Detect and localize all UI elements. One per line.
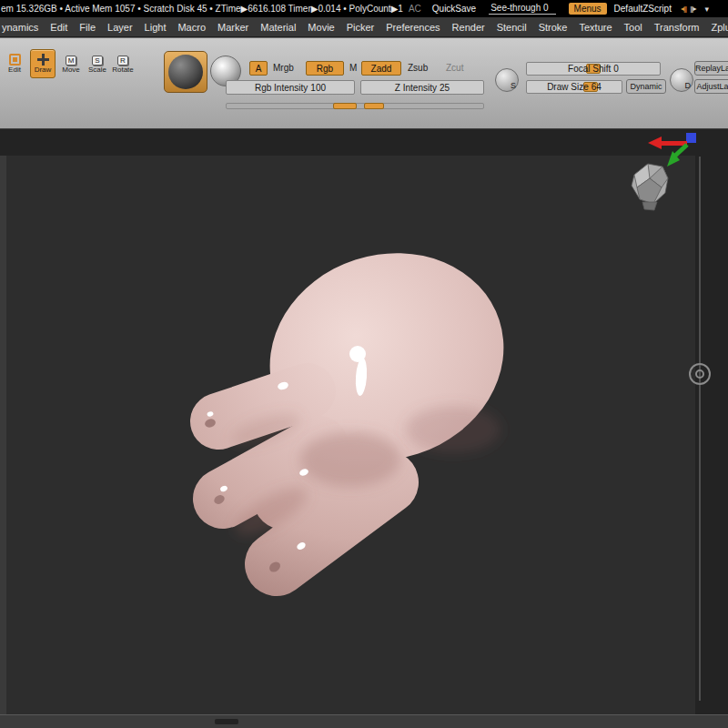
menu-item-preferences[interactable]: Preferences: [386, 22, 440, 33]
z-intensity-knob[interactable]: [364, 103, 384, 109]
rgb-intensity-label: Rgb Intensity: [255, 83, 308, 93]
axis-y-shaft: [675, 145, 687, 156]
focal-shift-value: 0: [613, 64, 619, 74]
move-mode-button[interactable]: M Move: [58, 50, 84, 79]
menu-item-movie[interactable]: Movie: [308, 22, 334, 33]
draw-size-slider[interactable]: Draw Size 64: [526, 80, 622, 94]
status-bar: em 15.326GB • Active Mem 1057 • Scratch …: [0, 0, 728, 17]
color-a-button[interactable]: A: [249, 61, 268, 76]
menu-item-stencil[interactable]: Stencil: [497, 22, 527, 33]
default-zscript-button[interactable]: DefaultZScript: [614, 4, 672, 14]
right-tray-handle[interactable]: [689, 363, 711, 385]
zadd-label: Zadd: [371, 64, 392, 74]
focal-shift-slider[interactable]: Focal Shift 0: [526, 62, 661, 76]
rgb-label: Rgb: [317, 64, 333, 74]
menu-item-dynamics[interactable]: ynamics: [2, 22, 38, 33]
rgb-intensity-slider[interactable]: Rgb Intensity 100: [226, 80, 355, 95]
rotate-label: Rotate: [112, 66, 134, 74]
polymesh-preview-icon: [632, 164, 668, 210]
move-label: Move: [62, 66, 80, 74]
m-toggle[interactable]: M: [349, 63, 357, 73]
material-picker-button[interactable]: [164, 51, 207, 93]
bottom-scrollbar[interactable]: [0, 714, 728, 728]
rgb-toggle[interactable]: Rgb: [306, 61, 344, 76]
memory-readout: em 15.326GB • Active Mem 1057 • Scratch …: [1, 4, 403, 14]
sculpt-scene: [0, 129, 728, 728]
replay-last-button[interactable]: ReplayLa: [694, 61, 728, 76]
replay-last-label: ReplayLa: [695, 64, 728, 73]
zadd-toggle[interactable]: Zadd: [361, 61, 401, 76]
right-tray-divider[interactable]: [699, 157, 701, 701]
alpha-dial-label: D: [685, 81, 692, 90]
menus-toggle-button[interactable]: Menus: [569, 3, 607, 15]
alpha-picker-dial[interactable]: D: [670, 68, 693, 92]
axis-x-shaft: [661, 141, 687, 146]
color-a-label: A: [256, 64, 262, 74]
rotate-key-icon: R: [117, 56, 128, 66]
quicksave-button[interactable]: QuickSave: [432, 4, 476, 14]
draw-brush-icon: [37, 54, 49, 66]
scrub-forward-icon[interactable]: |||▸: [690, 5, 695, 13]
material-sphere-icon: [168, 55, 203, 89]
menu-item-render[interactable]: Render: [452, 22, 485, 33]
menu-item-stroke[interactable]: Stroke: [539, 22, 568, 33]
sculpted-mesh: [204, 223, 531, 574]
menu-item-zplugin[interactable]: Zplugin: [711, 22, 728, 33]
focal-shift-label: Focal Shift: [568, 64, 611, 74]
rotate-mode-button[interactable]: R Rotate: [110, 50, 136, 79]
viewport-canvas[interactable]: [0, 129, 728, 728]
menu-item-tool[interactable]: Tool: [624, 22, 642, 33]
draw-size-label: Draw Size: [547, 82, 589, 92]
axis-z-icon: [686, 133, 696, 143]
see-through-slider[interactable]: See-through 0: [489, 3, 555, 15]
menu-item-light[interactable]: Light: [145, 22, 167, 33]
menu-item-edit[interactable]: Edit: [50, 22, 67, 33]
stroke-dial-label: S: [511, 81, 516, 90]
mrgb-toggle[interactable]: Mrgb: [273, 63, 294, 73]
chevron-down-icon[interactable]: ▾: [704, 5, 709, 14]
z-intensity-value: 25: [440, 83, 450, 93]
edit-label: Edit: [8, 66, 21, 74]
zsub-toggle[interactable]: Zsub: [408, 63, 428, 73]
rgb-intensity-value: 100: [310, 83, 326, 93]
move-key-icon: M: [66, 56, 76, 66]
rgb-intensity-knob[interactable]: [333, 103, 357, 109]
edit-mode-button[interactable]: Edit: [2, 49, 27, 78]
scrub-back-icon[interactable]: ◂|||: [681, 5, 686, 13]
ac-indicator: AC: [409, 4, 421, 14]
axis-gizmo[interactable]: [648, 133, 696, 167]
menu-item-material[interactable]: Material: [260, 22, 296, 33]
menu-item-marker[interactable]: Marker: [217, 22, 248, 33]
menu-item-layer[interactable]: Layer: [107, 22, 133, 33]
bottom-scroll-handle[interactable]: [215, 719, 238, 724]
dynamic-button[interactable]: Dynamic: [626, 79, 666, 94]
scale-mode-button[interactable]: S Scale: [85, 50, 110, 79]
top-shelf-toolbar: Edit Draw M Move S Scale R Rotate A Mrgb…: [0, 37, 728, 129]
menu-item-transform[interactable]: Transform: [654, 22, 700, 33]
draw-size-value: 64: [592, 82, 602, 92]
edit-icon: [9, 54, 21, 66]
menu-item-macro[interactable]: Macro: [177, 22, 206, 33]
draw-mode-button[interactable]: Draw: [30, 49, 56, 78]
menu-item-texture[interactable]: Texture: [579, 22, 612, 33]
stroke-picker-dial[interactable]: S: [495, 68, 519, 92]
scale-key-icon: S: [92, 56, 103, 66]
draw-label: Draw: [35, 66, 52, 74]
tray-handle-inner-ring: [695, 369, 704, 379]
adjust-last-button[interactable]: AdjustLa: [694, 79, 728, 94]
z-intensity-label: Z Intensity: [395, 83, 437, 93]
menu-bar: ynamics Edit File Layer Light Macro Mark…: [0, 17, 728, 37]
axis-x-icon: [648, 136, 662, 149]
scale-label: Scale: [88, 66, 106, 74]
menu-item-picker[interactable]: Picker: [347, 22, 375, 33]
z-intensity-slider[interactable]: Z Intensity 25: [360, 80, 484, 95]
zcut-toggle[interactable]: Zcut: [446, 63, 463, 73]
adjust-last-label: AdjustLa: [696, 82, 728, 91]
dynamic-label: Dynamic: [630, 82, 662, 91]
menu-item-file[interactable]: File: [79, 22, 96, 33]
